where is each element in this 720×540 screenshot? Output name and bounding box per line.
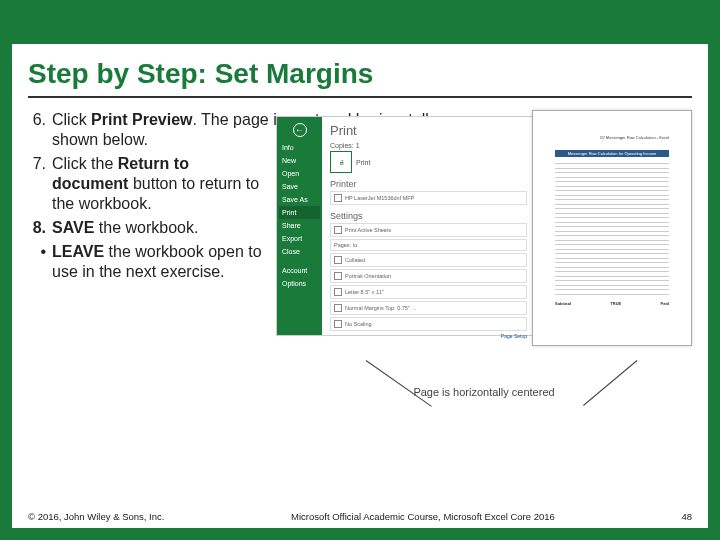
footer-page-number: 48 xyxy=(681,511,692,522)
setting-paper[interactable]: Letter 8.5" x 11" xyxy=(330,285,527,299)
nav-close[interactable]: Close xyxy=(279,245,320,258)
margins-icon xyxy=(334,304,342,312)
footer-copyright: © 2016, John Wiley & Sons, Inc. xyxy=(28,511,164,522)
setting-pages[interactable]: Pages: to xyxy=(330,239,527,251)
copies-label: Copies: 1 xyxy=(330,142,360,149)
copies-row: Copies: 1 xyxy=(330,142,527,149)
preview-header: 02 Messenger Row Calculation - Excel xyxy=(555,135,669,140)
collate-icon xyxy=(334,256,342,264)
slide-footer: © 2016, John Wiley & Sons, Inc. Microsof… xyxy=(28,511,692,522)
setting-collated[interactable]: Collated xyxy=(330,253,527,267)
sheets-icon xyxy=(334,226,342,234)
print-button-row: 🖨 Print xyxy=(330,151,527,173)
settings-section-label: Settings xyxy=(330,211,527,221)
text: Click xyxy=(52,111,91,128)
nav-print[interactable]: Print xyxy=(279,206,320,219)
nav-options[interactable]: Options xyxy=(279,277,320,290)
setting-label: Portrait Orientation xyxy=(345,273,391,279)
preview-table xyxy=(555,159,669,295)
step-text: Click the Return to document button to r… xyxy=(52,154,268,214)
paper-icon xyxy=(334,288,342,296)
printer-icon[interactable]: 🖨 xyxy=(330,151,352,173)
step-number: 7. xyxy=(28,154,52,214)
preview-footer-row: Subtotal TRUE Paid xyxy=(555,301,669,306)
setting-label: Collated xyxy=(345,257,365,263)
setting-scaling[interactable]: No Scaling xyxy=(330,317,527,331)
nav-save-as[interactable]: Save As xyxy=(279,193,320,206)
scaling-icon xyxy=(334,320,342,328)
step-bullet: • LEAVE the workbook open to use in the … xyxy=(28,242,268,282)
callout-line-left xyxy=(366,360,432,407)
nav-new[interactable]: New xyxy=(279,154,320,167)
print-button-label: Print xyxy=(356,159,370,166)
page-setup-link[interactable]: Page Setup xyxy=(330,333,527,339)
setting-label: Pages: to xyxy=(334,242,357,248)
step-7: 7. Click the Return to document button t… xyxy=(28,154,268,214)
nav-account[interactable]: Account xyxy=(279,264,320,277)
printer-select[interactable]: HP LaserJet M1536dnf MFP xyxy=(330,191,527,205)
setting-active-sheets[interactable]: Print Active Sheets xyxy=(330,223,527,237)
step-6: 6. Click Print Preview. The page is cent… xyxy=(28,110,268,150)
preview-foot-left: Subtotal xyxy=(555,301,571,306)
preview-banner: Messenger Row Calculation for Operating … xyxy=(555,150,669,157)
print-heading: Print xyxy=(330,123,527,138)
slide-title: Step by Step: Set Margins xyxy=(28,58,692,98)
nav-share[interactable]: Share xyxy=(279,219,320,232)
printer-name: HP LaserJet M1536dnf MFP xyxy=(345,195,414,201)
setting-label: Print Active Sheets xyxy=(345,227,391,233)
backstage-nav: ← Info New Open Save Save As Print Share… xyxy=(277,117,322,335)
step-8: 8. SAVE the workbook. xyxy=(28,218,268,238)
printer-small-icon xyxy=(334,194,342,202)
nav-export[interactable]: Export xyxy=(279,232,320,245)
printer-section-label: Printer xyxy=(330,179,527,189)
footer-course: Microsoft Official Academic Course, Micr… xyxy=(291,511,555,522)
step-number: 8. xyxy=(28,218,52,238)
print-preview-sheet: 02 Messenger Row Calculation - Excel Mes… xyxy=(532,110,692,346)
nav-save[interactable]: Save xyxy=(279,180,320,193)
figure: ← Info New Open Save Save As Print Share… xyxy=(276,110,692,410)
callout-line-right xyxy=(583,360,637,406)
preview-foot-right: Paid xyxy=(661,301,669,306)
nav-info[interactable]: Info xyxy=(279,141,320,154)
bold-text: Print Preview xyxy=(91,111,192,128)
step-text: SAVE the workbook. xyxy=(52,218,268,238)
body-row: 6. Click Print Preview. The page is cent… xyxy=(28,110,692,410)
back-arrow-icon[interactable]: ← xyxy=(293,123,307,137)
setting-margins[interactable]: Normal Margins Top: 0.75" … xyxy=(330,301,527,315)
orientation-icon xyxy=(334,272,342,280)
setting-label: No Scaling xyxy=(345,321,372,327)
slide-content: Step by Step: Set Margins 6. Click Print… xyxy=(28,58,692,410)
print-panel: Print Copies: 1 🖨 Print Printer HP Laser… xyxy=(322,117,535,335)
setting-orientation[interactable]: Portrait Orientation xyxy=(330,269,527,283)
excel-backstage: ← Info New Open Save Save As Print Share… xyxy=(276,116,536,336)
setting-label: Normal Margins Top: 0.75" … xyxy=(345,305,417,311)
step-text: LEAVE the workbook open to use in the ne… xyxy=(52,242,268,282)
nav-open[interactable]: Open xyxy=(279,167,320,180)
step-number: 6. xyxy=(28,110,52,150)
text: shown below. xyxy=(52,131,148,148)
figure-caption: Page is horizontally centered xyxy=(276,386,692,398)
step-bullet-marker: • xyxy=(28,242,52,282)
setting-label: Letter 8.5" x 11" xyxy=(345,289,384,295)
steps-list: 6. Click Print Preview. The page is cent… xyxy=(28,110,268,410)
preview-foot-mid: TRUE xyxy=(610,301,621,306)
